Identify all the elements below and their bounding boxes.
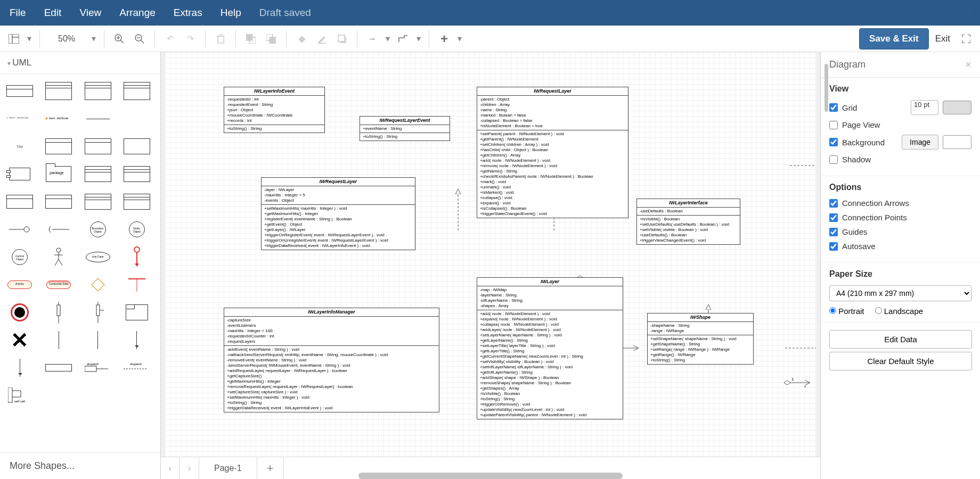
uml-class[interactable]: IWLayerInfoManager-captureSize-eventList…: [224, 308, 439, 412]
shape-cls2[interactable]: [42, 190, 75, 213]
shape-frame[interactable]: [120, 301, 153, 324]
shape-lolli1[interactable]: [3, 218, 36, 241]
shape-decision[interactable]: [81, 273, 115, 296]
canvas-scrollbar[interactable]: [358, 473, 622, 479]
sidebar-category[interactable]: UML: [0, 52, 160, 74]
grid-size[interactable]: 10 pt: [911, 100, 938, 115]
shape-package[interactable]: package: [42, 162, 75, 186]
shape-note2[interactable]: dispatch: [81, 356, 115, 379]
uml-class[interactable]: IWShape-shapeName : String-range : IWRan…: [647, 313, 754, 365]
shape-block2[interactable]: [81, 135, 115, 158]
guides-checkbox[interactable]: [829, 228, 838, 236]
uml-class[interactable]: IWLayer-map : IWMap-layerName : String-i…: [477, 277, 623, 419]
redo-icon[interactable]: ↷: [181, 29, 200, 48]
uml-class[interactable]: IWRequestLayer-parent : Object-children …: [477, 87, 628, 218]
close-icon[interactable]: ×: [965, 59, 971, 71]
shape-entity[interactable]: Entity Object: [120, 218, 153, 241]
shape-state[interactable]: Composite State: [42, 273, 75, 296]
waypoint-icon[interactable]: [394, 29, 413, 48]
shape-destroy[interactable]: ✕: [3, 328, 36, 352]
bg-image-button[interactable]: Image: [902, 135, 938, 150]
shape-activity[interactable]: Activity: [3, 273, 36, 296]
save-exit-button[interactable]: Save & Exit: [859, 28, 929, 49]
fullscreen-icon[interactable]: [957, 29, 976, 48]
landscape-radio[interactable]: Landscape: [875, 307, 924, 316]
shape-block3[interactable]: [120, 135, 153, 158]
shape-cls3[interactable]: [81, 190, 115, 213]
background-checkbox[interactable]: [829, 138, 838, 146]
menu-file[interactable]: File: [10, 7, 26, 19]
zoom-out-icon[interactable]: [130, 29, 149, 48]
shape-boundary[interactable]: BoundaryObject: [81, 218, 115, 241]
add-menu[interactable]: ▾: [455, 34, 464, 44]
delete-icon[interactable]: [211, 29, 230, 48]
shape-line1[interactable]: [42, 328, 75, 352]
portrait-radio[interactable]: Portrait: [829, 307, 864, 316]
grid-color[interactable]: [943, 101, 971, 114]
uml-class[interactable]: IWLayerInfoEvent-requestedid : int-reque…: [224, 87, 325, 133]
line-color-icon[interactable]: [312, 29, 331, 48]
autosave-checkbox[interactable]: [829, 242, 838, 251]
shape-cls1[interactable]: [3, 190, 36, 213]
shape-title[interactable]: [3, 135, 36, 158]
shape-module[interactable]: [3, 162, 36, 186]
shape-class4[interactable]: [120, 79, 153, 103]
shape-bar1[interactable]: [42, 301, 75, 324]
add-icon[interactable]: +: [435, 29, 454, 48]
papersize-select[interactable]: A4 (210 mm x 297 mm): [829, 285, 971, 301]
shape-block1[interactable]: [42, 135, 75, 158]
shape-actor[interactable]: [42, 245, 75, 269]
pageview-checkbox[interactable]: [829, 121, 838, 129]
menu-extras[interactable]: Extras: [174, 7, 202, 19]
shape-lolli2[interactable]: [42, 218, 75, 241]
sidebar-toggle-menu[interactable]: ▾: [24, 34, 34, 44]
exit-button[interactable]: Exit: [930, 29, 956, 49]
grid-checkbox[interactable]: [829, 103, 838, 112]
undo-icon[interactable]: ↶: [160, 29, 179, 48]
uml-class[interactable]: IWRequestLayer-layer : IWLayer-maxHits :…: [261, 177, 415, 250]
shape-selfcall[interactable]: self call: [3, 384, 36, 407]
to-front-icon[interactable]: [241, 29, 260, 48]
menu-view[interactable]: View: [79, 7, 101, 19]
shape-divider[interactable]: [81, 107, 115, 130]
shape-usecase[interactable]: Use Case: [81, 245, 115, 269]
zoom-menu[interactable]: ▾: [89, 34, 99, 44]
shape-line4[interactable]: [3, 356, 36, 379]
shape-interface[interactable]: [42, 79, 75, 103]
shadow-icon[interactable]: [332, 29, 352, 48]
shape-line3[interactable]: [120, 328, 153, 352]
conn-arrows-checkbox[interactable]: [829, 199, 838, 208]
zoom-level[interactable]: 50%: [45, 34, 88, 44]
clear-style-button[interactable]: Clear Default Style: [829, 352, 972, 370]
shape-note1[interactable]: [42, 356, 75, 379]
uml-class[interactable]: IWLayerInterface-useDefaults : Boolean+i…: [636, 199, 740, 245]
shape-bar2[interactable]: [81, 301, 115, 324]
uml-class[interactable]: IWRequestLayerEvent+eventName : String+t…: [360, 116, 450, 141]
shape-table1[interactable]: [81, 162, 115, 186]
shape-itemattr1[interactable]: + item: attribute: [3, 107, 36, 130]
tab-page-1[interactable]: Page-1: [199, 457, 257, 479]
sidebar-scrollbar[interactable]: [824, 64, 828, 112]
fill-color-icon[interactable]: [292, 29, 311, 48]
to-back-icon[interactable]: [262, 29, 281, 48]
shape-line2[interactable]: [81, 328, 115, 352]
shape-note3[interactable]: dispatch: [120, 356, 153, 379]
conn-points-checkbox[interactable]: [829, 213, 838, 222]
menu-arrange[interactable]: Arrange: [119, 7, 156, 19]
shadow-checkbox[interactable]: [829, 155, 838, 164]
sidebar-toggle[interactable]: [4, 29, 23, 48]
shape-control[interactable]: ControlObject: [3, 245, 36, 269]
gear-icon[interactable]: [959, 7, 970, 19]
shape-itemattr2[interactable]: ◆ item: attribute: [42, 107, 75, 130]
bg-color[interactable]: [943, 135, 971, 149]
canvas[interactable]: request1 1* IWLayerInfoEvent-requestedid…: [165, 52, 816, 457]
shape-fork[interactable]: [120, 273, 153, 296]
menu-edit[interactable]: Edit: [44, 7, 62, 19]
waypoint-menu[interactable]: ▾: [414, 34, 423, 44]
edit-data-button[interactable]: Edit Data: [829, 330, 972, 349]
connection-icon[interactable]: →: [363, 29, 382, 48]
shape-table2[interactable]: [120, 162, 153, 186]
menu-help[interactable]: Help: [220, 7, 241, 19]
shape-cls4[interactable]: [120, 190, 153, 213]
zoom-in-icon[interactable]: [110, 29, 129, 48]
